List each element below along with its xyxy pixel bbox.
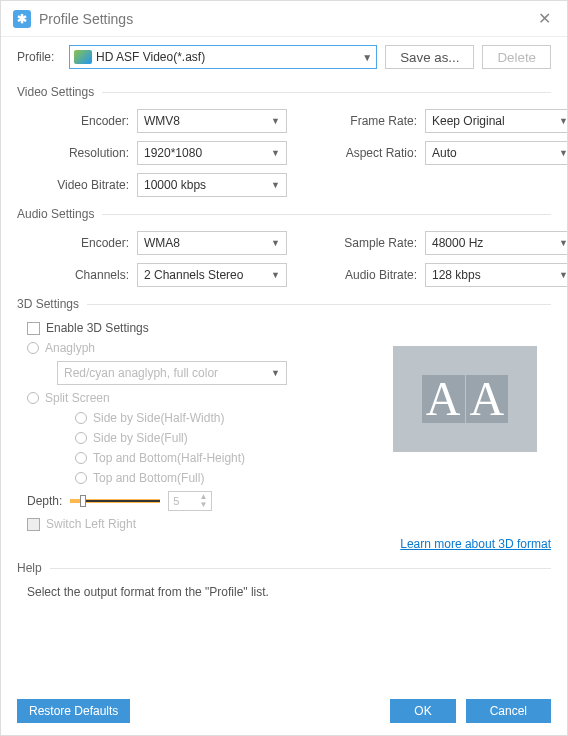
switch-lr-label: Switch Left Right bbox=[46, 517, 136, 531]
3d-preview: AA bbox=[393, 346, 537, 452]
sbs-full-label: Side by Side(Full) bbox=[93, 431, 188, 445]
video-bitrate-label: Video Bitrate: bbox=[27, 178, 137, 192]
anaglyph-radio bbox=[27, 342, 39, 354]
depth-stepper: 5▲▼ bbox=[168, 491, 212, 511]
chevron-down-icon: ▼ bbox=[559, 148, 568, 158]
delete-button: Delete bbox=[482, 45, 551, 69]
chevron-down-icon: ▼ bbox=[271, 116, 280, 126]
channels-select[interactable]: 2 Channels Stereo▼ bbox=[137, 263, 287, 287]
split-screen-label: Split Screen bbox=[45, 391, 110, 405]
close-icon[interactable]: ✕ bbox=[534, 9, 555, 28]
split-screen-radio bbox=[27, 392, 39, 404]
resolution-label: Resolution: bbox=[27, 146, 137, 160]
depth-label: Depth: bbox=[27, 494, 62, 508]
switch-lr-checkbox bbox=[27, 518, 40, 531]
window-title: Profile Settings bbox=[39, 11, 534, 27]
chevron-down-icon: ▼ bbox=[271, 238, 280, 248]
depth-slider[interactable] bbox=[70, 499, 160, 503]
audio-encoder-select[interactable]: WMA8▼ bbox=[137, 231, 287, 255]
anaglyph-select: Red/cyan anaglyph, full color▼ bbox=[57, 361, 287, 385]
aspect-ratio-label: Aspect Ratio: bbox=[315, 146, 425, 160]
help-title: Help bbox=[17, 561, 50, 575]
divider bbox=[50, 568, 551, 569]
video-bitrate-select[interactable]: 10000 kbps▼ bbox=[137, 173, 287, 197]
frame-rate-label: Frame Rate: bbox=[315, 114, 425, 128]
cancel-button[interactable]: Cancel bbox=[466, 699, 551, 723]
slider-knob-icon[interactable] bbox=[80, 495, 86, 507]
profile-value: HD ASF Video(*.asf) bbox=[96, 50, 362, 64]
video-encoder-label: Encoder: bbox=[27, 114, 137, 128]
tb-full-radio bbox=[75, 472, 87, 484]
chevron-down-icon: ▼ bbox=[559, 270, 568, 280]
anaglyph-label: Anaglyph bbox=[45, 341, 95, 355]
audio-settings-title: Audio Settings bbox=[17, 207, 102, 221]
ok-button[interactable]: OK bbox=[390, 699, 455, 723]
tb-half-radio bbox=[75, 452, 87, 464]
chevron-down-icon: ▼ bbox=[559, 116, 568, 126]
sbs-half-label: Side by Side(Half-Width) bbox=[93, 411, 224, 425]
restore-defaults-button[interactable]: Restore Defaults bbox=[17, 699, 130, 723]
video-encoder-select[interactable]: WMV8▼ bbox=[137, 109, 287, 133]
sample-rate-select[interactable]: 48000 Hz▼ bbox=[425, 231, 568, 255]
chevron-down-icon: ▼ bbox=[271, 148, 280, 158]
chevron-down-icon: ▼ bbox=[559, 238, 568, 248]
help-text: Select the output format from the "Profi… bbox=[27, 585, 551, 599]
sample-rate-label: Sample Rate: bbox=[315, 236, 425, 250]
divider bbox=[102, 92, 551, 93]
3d-settings-title: 3D Settings bbox=[17, 297, 87, 311]
divider bbox=[102, 214, 551, 215]
sbs-full-radio bbox=[75, 432, 87, 444]
asf-format-icon bbox=[74, 50, 92, 64]
stepper-arrows-icon: ▲▼ bbox=[199, 493, 207, 509]
aspect-ratio-select[interactable]: Auto▼ bbox=[425, 141, 568, 165]
app-icon: ✱ bbox=[13, 10, 31, 28]
video-settings-title: Video Settings bbox=[17, 85, 102, 99]
profile-select[interactable]: HD ASF Video(*.asf) ▼ bbox=[69, 45, 377, 69]
chevron-down-icon: ▼ bbox=[271, 180, 280, 190]
chevron-down-icon: ▼ bbox=[362, 52, 372, 63]
chevron-down-icon: ▼ bbox=[271, 270, 280, 280]
learn-more-link[interactable]: Learn more about 3D format bbox=[400, 537, 551, 551]
frame-rate-select[interactable]: Keep Original▼ bbox=[425, 109, 568, 133]
audio-bitrate-select[interactable]: 128 kbps▼ bbox=[425, 263, 568, 287]
chevron-down-icon: ▼ bbox=[271, 368, 280, 378]
save-as-button[interactable]: Save as... bbox=[385, 45, 474, 69]
tb-half-label: Top and Bottom(Half-Height) bbox=[93, 451, 245, 465]
enable-3d-checkbox[interactable] bbox=[27, 322, 40, 335]
sbs-half-radio bbox=[75, 412, 87, 424]
audio-encoder-label: Encoder: bbox=[27, 236, 137, 250]
resolution-select[interactable]: 1920*1080▼ bbox=[137, 141, 287, 165]
audio-bitrate-label: Audio Bitrate: bbox=[315, 268, 425, 282]
channels-label: Channels: bbox=[27, 268, 137, 282]
enable-3d-label: Enable 3D Settings bbox=[46, 321, 149, 335]
divider bbox=[87, 304, 551, 305]
tb-full-label: Top and Bottom(Full) bbox=[93, 471, 204, 485]
profile-label: Profile: bbox=[17, 50, 61, 64]
